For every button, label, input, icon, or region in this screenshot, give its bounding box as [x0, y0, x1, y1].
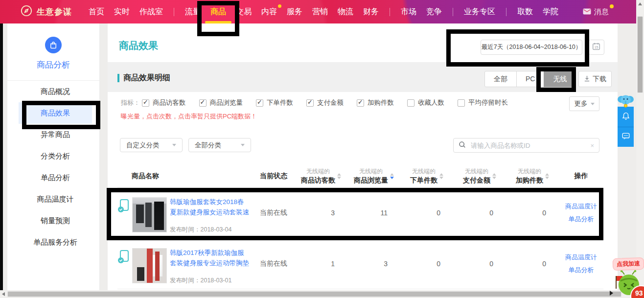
visitors-value: 1 — [295, 260, 347, 268]
more-button[interactable]: 更多 — [569, 96, 599, 111]
detail-card: 指标： 商品访客数 商品浏览量 下单件数 支付金额 加购件数 — [108, 92, 618, 290]
horizontal-scrollbar[interactable] — [0, 290, 636, 298]
metrics-row: 指标： 商品访客数 商品浏览量 下单件数 支付金额 加购件数 — [121, 98, 521, 107]
pageviews-value: 3 — [347, 260, 400, 268]
brand[interactable]: 生意参谋 — [21, 5, 72, 19]
actions-cell: 商品温度计 单品分析 — [559, 202, 603, 224]
sidebar-menu: 商品概况 商品效果 异常商品 分类分析 单品分析 商品温度计 销量预测 单品服务… — [7, 81, 99, 253]
nav-item-warroom[interactable]: 作战室 — [135, 0, 168, 23]
single-analysis-link[interactable]: 单品分析 — [569, 215, 594, 224]
vertical-scrollbar[interactable] — [636, 0, 644, 298]
chevron-down-icon — [172, 144, 176, 146]
product-image[interactable] — [132, 248, 167, 283]
orders-value: 0 — [400, 260, 453, 268]
sidebar-item-sales-forecast[interactable]: 销量预测 — [19, 210, 92, 231]
checkbox[interactable] — [357, 99, 364, 107]
single-analysis-link[interactable]: 单品分析 — [569, 266, 594, 275]
nav-item-marketing[interactable]: 营销 — [307, 0, 333, 23]
sidebar-item-category-analysis[interactable]: 分类分析 — [19, 145, 92, 167]
sort-control[interactable] — [439, 173, 443, 179]
date-range-picker[interactable]: 最近7天（2018-06-04~2018-06-10） — [481, 40, 582, 55]
sort-control[interactable] — [390, 173, 394, 179]
tab-wireless[interactable]: 无线 — [544, 71, 576, 87]
page-header: 商品效果 最近7天（2018-06-04~2018-06-10） 15 — [108, 23, 618, 62]
metric-cart-adds[interactable]: 加购件数 — [357, 98, 394, 107]
nav-item-trade[interactable]: 交易 — [231, 0, 256, 23]
nav-item-competition[interactable]: 竞争 — [421, 0, 447, 23]
notification-dot — [610, 4, 614, 8]
nav-message[interactable]: 消息 — [583, 7, 609, 17]
checkbox[interactable] — [199, 99, 207, 107]
nav-item-academy[interactable]: 学院 — [538, 0, 563, 23]
sidebar-item-abnormal-products[interactable]: 异常商品 — [19, 124, 92, 145]
metric-favorites[interactable]: 收藏人数 — [407, 98, 444, 107]
nav-item-realtime[interactable]: 实时 — [109, 0, 135, 23]
payment-value: 0 — [453, 209, 506, 217]
elephant-mascot-icon — [617, 93, 635, 110]
metric-stay-duration[interactable]: 平均停留时长 — [458, 98, 508, 107]
tab-all[interactable]: 全部 — [484, 71, 517, 87]
vertical-scroll-thumb[interactable] — [637, 16, 643, 93]
sidebar-item-product-overview[interactable]: 商品概况 — [19, 81, 92, 102]
nav-divider — [174, 8, 174, 16]
nav-item-service[interactable]: 服务 — [282, 0, 307, 23]
checkbox[interactable] — [142, 99, 149, 107]
calendar-button[interactable]: 15 — [588, 40, 604, 55]
page-title: 商品效果 — [119, 39, 158, 52]
nav-item-content[interactable]: 内容 — [256, 0, 282, 23]
metric-pageviews[interactable]: 商品浏览量 — [199, 98, 243, 107]
download-button[interactable]: 下载 — [578, 71, 612, 87]
metric-orders[interactable]: 下单件数 — [256, 98, 293, 107]
sort-control[interactable] — [545, 173, 549, 179]
sort-control[interactable] — [337, 173, 341, 179]
app-window: 生意参谋 首页 实时 作战室 流量 商品 交易 内容 服务 营销 物流 财务 市… — [0, 0, 644, 298]
orders-value: 0 — [400, 209, 453, 217]
nav-item-merchandise[interactable]: 商品 — [206, 0, 231, 23]
sidebar-item-service-analysis[interactable]: 单品服务分析 — [19, 231, 92, 253]
sidebar-item-product-effect[interactable]: 商品效果 — [19, 102, 92, 124]
sidebar-item-single-item-analysis[interactable]: 单品分析 — [19, 167, 92, 188]
thermometer-link[interactable]: 商品温度计 — [565, 253, 597, 262]
nav-item-logistics[interactable]: 物流 — [333, 0, 358, 23]
sort-control[interactable] — [492, 173, 496, 179]
top-navbar: 生意参谋 首页 实时 作战室 流量 商品 交易 内容 服务 营销 物流 财务 市… — [0, 0, 636, 23]
sidebar-header: 商品分析 — [7, 23, 99, 81]
horizontal-scroll-thumb[interactable] — [7, 291, 621, 297]
nav-item-data-fetch[interactable]: 取数 — [512, 0, 538, 23]
tab-pc[interactable]: PC — [516, 71, 544, 87]
nav-item-finance[interactable]: 财务 — [358, 0, 384, 23]
nav-item-home[interactable]: 首页 — [84, 0, 109, 23]
col-product-name: 商品名称 — [117, 172, 251, 181]
collapse-arrow-icon[interactable] — [610, 291, 613, 296]
product-title-link[interactable]: 韩版瑜伽服套装女2018春夏新款健身服女运动套装速干晨跑服四 — [170, 197, 251, 218]
thermometer-link[interactable]: 商品温度计 — [565, 202, 597, 211]
nav-item-market[interactable]: 市场 — [396, 0, 421, 23]
feedback-button[interactable] — [618, 127, 634, 147]
scroll-left-arrow-icon[interactable] — [2, 292, 5, 296]
custom-category-dropdown[interactable]: 自定义分类 — [120, 138, 183, 152]
metric-payment[interactable]: 支付金额 — [306, 98, 344, 107]
download-icon — [584, 75, 593, 83]
metrics-label: 指标： — [121, 98, 140, 107]
checkbox[interactable] — [407, 99, 414, 107]
alerts-button[interactable] — [618, 107, 634, 127]
scroll-up-arrow-icon[interactable] — [638, 2, 642, 5]
search-input[interactable] — [470, 141, 590, 150]
section-accent-bar — [117, 74, 119, 82]
checkbox[interactable] — [256, 99, 263, 107]
nav-message-label: 消息 — [594, 7, 609, 17]
nav-item-business-zone[interactable]: 业务专区 — [459, 0, 500, 23]
product-image[interactable] — [132, 197, 167, 232]
sidebar-item-product-thermometer[interactable]: 商品温度计 — [19, 188, 92, 210]
product-title-link[interactable]: 韩版2017秋季新款瑜伽服套装健身服专业运动带胸垫显瘦套装健 — [170, 248, 251, 269]
col-pageviews: 无线端的商品浏览量 — [347, 167, 400, 184]
nav-item-traffic[interactable]: 流量 — [180, 0, 206, 23]
publish-date: 发布时间：2018-03-01 — [170, 276, 251, 285]
checkbox[interactable] — [306, 99, 314, 107]
accelerate-bubble[interactable]: 点我加速 — [613, 257, 644, 271]
col-cart-adds: 无线端的加购件数 — [506, 167, 559, 184]
checkbox[interactable] — [458, 99, 465, 107]
all-category-dropdown[interactable]: 全部分类 — [188, 138, 251, 152]
metric-visitors[interactable]: 商品访客数 — [142, 98, 186, 107]
clear-icon[interactable]: × — [590, 142, 594, 149]
